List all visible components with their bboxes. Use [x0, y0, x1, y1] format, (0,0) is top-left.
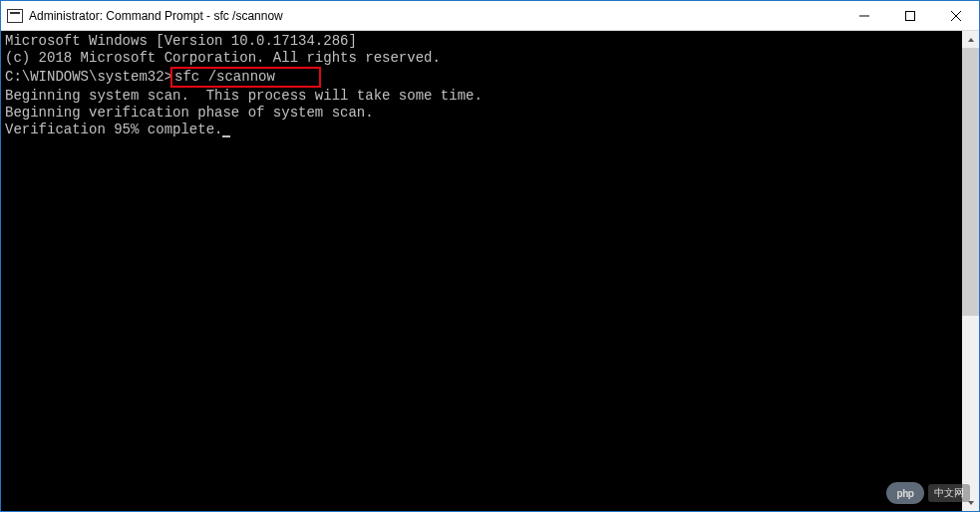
- command-highlight: sfc /scannow: [170, 67, 321, 88]
- maximize-icon: [905, 11, 915, 21]
- minimize-icon: [859, 11, 869, 21]
- chevron-up-icon: [967, 36, 975, 44]
- output-line: (c) 2018 Microsoft Corporation. All righ…: [5, 50, 958, 67]
- window-controls: [841, 1, 979, 30]
- close-icon: [951, 11, 961, 21]
- prompt-line: C:\WINDOWS\system32>sfc /scannow: [5, 67, 958, 88]
- scroll-track[interactable]: [962, 48, 979, 494]
- output-line: Beginning verification phase of system s…: [5, 105, 958, 122]
- titlebar: Administrator: Command Prompt - sfc /sca…: [1, 1, 979, 31]
- watermark-logo: php: [886, 482, 924, 504]
- output-line: Verification 95% complete.: [5, 122, 958, 138]
- vertical-scrollbar[interactable]: [962, 31, 979, 511]
- prompt-path: C:\WINDOWS\system32>: [5, 69, 172, 85]
- watermark: php 中文网: [886, 482, 970, 504]
- watermark-text: 中文网: [928, 484, 970, 502]
- output-line: Beginning system scan. This process will…: [5, 88, 958, 105]
- cursor-icon: [222, 135, 230, 137]
- maximize-button[interactable]: [887, 1, 933, 30]
- titlebar-left: Administrator: Command Prompt - sfc /sca…: [1, 9, 283, 23]
- close-button[interactable]: [933, 1, 979, 30]
- terminal-output[interactable]: Microsoft Windows [Version 10.0.17134.28…: [1, 31, 962, 511]
- svg-rect-1: [906, 11, 915, 20]
- progress-text: Verification 95% complete.: [5, 122, 222, 137]
- scroll-up-button[interactable]: [962, 31, 979, 48]
- command-text: sfc /scannow: [174, 69, 275, 85]
- svg-marker-4: [968, 38, 974, 42]
- output-line: Microsoft Windows [Version 10.0.17134.28…: [5, 33, 958, 50]
- cmd-icon: [7, 9, 23, 23]
- window-title: Administrator: Command Prompt - sfc /sca…: [29, 9, 283, 23]
- minimize-button[interactable]: [841, 1, 887, 30]
- scroll-thumb[interactable]: [962, 48, 979, 316]
- content-area: Microsoft Windows [Version 10.0.17134.28…: [1, 31, 979, 511]
- command-prompt-window: Administrator: Command Prompt - sfc /sca…: [0, 0, 980, 512]
